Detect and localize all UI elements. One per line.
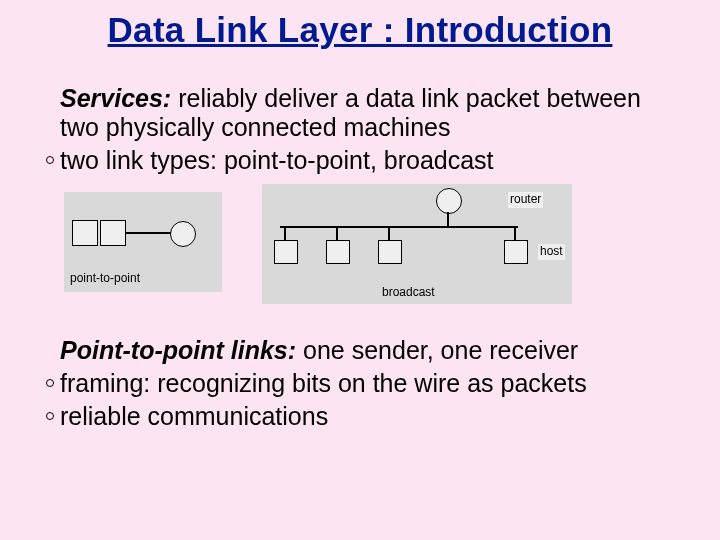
diagram-router-label: router [508,192,543,208]
link-line-icon [514,226,516,240]
diagram-p2p-label: point-to-point [70,272,140,286]
router-circle-icon [170,221,196,247]
diagram-broadcast-panel: router host broadcast [262,184,572,304]
slide-title: Data Link Layer : Introduction [0,0,720,50]
p2p-paragraph: Point-to-point links: one sender, one re… [60,336,672,365]
link-line-icon [336,226,338,240]
p2p-bullet-framing-term: framing: [60,369,150,397]
p2p-bullet-framing-text: recognizing bits on the wire as packets [150,369,586,397]
slide: Data Link Layer : Introduction Services:… [0,0,720,540]
host-box-icon [378,240,402,264]
host-box-icon [504,240,528,264]
link-line-icon [388,226,390,240]
bus-line-icon [280,226,518,228]
link-line-icon [447,212,449,226]
host-box-icon [326,240,350,264]
diagram-p2p-panel: point-to-point [64,192,222,292]
diagram-broadcast-label: broadcast [382,286,435,300]
router-circle-icon [436,188,462,214]
host-box-icon [72,220,98,246]
services-bullet-linktypes: two link types: point-to-point, broadcas… [60,146,672,175]
host-box-icon [274,240,298,264]
diagram: point-to-point router host broadcast [64,184,572,308]
slide-body: Services: reliably deliver a data link p… [0,50,720,431]
p2p-bullet-reliable: reliable communications [60,402,672,431]
diagram-host-label: host [538,244,565,260]
spacer [60,308,672,336]
services-paragraph: Services: reliably deliver a data link p… [60,84,672,142]
p2p-bullet-framing: framing: recognizing bits on the wire as… [60,369,672,398]
host-box-icon [100,220,126,246]
services-lead: Services: [60,84,171,112]
p2p-lead: Point-to-point links: [60,336,296,364]
p2p-text: one sender, one receiver [296,336,578,364]
link-line-icon [284,226,286,240]
link-line-icon [126,232,172,234]
